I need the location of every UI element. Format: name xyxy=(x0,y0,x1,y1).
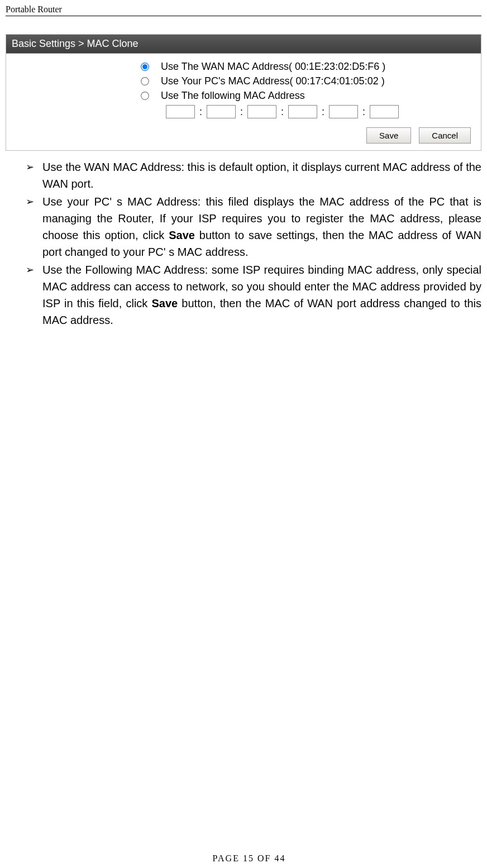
radio-pc-mac[interactable] xyxy=(141,77,149,85)
radio-custom-mac[interactable] xyxy=(141,92,149,100)
cancel-button[interactable]: Cancel xyxy=(419,127,471,144)
header-rule xyxy=(6,16,481,16)
bullet-icon: ➢ xyxy=(26,261,42,328)
option-wan-mac[interactable]: Use The WAN MAC Address( 00:1E:23:02:D5:… xyxy=(141,59,474,74)
radio-wan-mac[interactable] xyxy=(141,63,149,71)
panel-body: Use The WAN MAC Address( 00:1E:23:02:D5:… xyxy=(6,54,481,150)
mac-field-3[interactable] xyxy=(247,105,276,118)
bullet-icon: ➢ xyxy=(26,193,42,260)
option-wan-mac-label: Use The WAN MAC Address( 00:1E:23:02:D5:… xyxy=(161,59,385,74)
bullet-text-2: Use your PC' s MAC Address: this filed d… xyxy=(42,193,481,260)
bullet-list: ➢ Use the WAN MAC Address: this is defau… xyxy=(6,159,481,328)
page-header: Portable Router xyxy=(6,0,481,18)
bullet-text-3: Use the Following MAC Address: some ISP … xyxy=(42,261,481,328)
mac-field-1[interactable] xyxy=(166,105,195,118)
mac-clone-panel: Basic Settings > MAC Clone Use The WAN M… xyxy=(6,34,481,151)
mac-sep-icon: : xyxy=(239,106,244,118)
option-custom-mac-label: Use The following MAC Address xyxy=(161,88,305,103)
button-row: Save Cancel xyxy=(13,127,474,144)
header-title: Portable Router xyxy=(6,4,481,15)
mac-sep-icon: : xyxy=(198,106,203,118)
option-custom-mac[interactable]: Use The following MAC Address xyxy=(141,88,474,103)
panel-title: Basic Settings > MAC Clone xyxy=(6,35,481,54)
mac-field-2[interactable] xyxy=(207,105,236,118)
option-pc-mac[interactable]: Use Your PC's MAC Address( 00:17:C4:01:0… xyxy=(141,74,474,88)
mac-sep-icon: : xyxy=(280,106,285,118)
bullet-text-1: Use the WAN MAC Address: this is default… xyxy=(42,159,481,192)
list-item: ➢ Use your PC' s MAC Address: this filed… xyxy=(26,193,481,260)
mac-field-5[interactable] xyxy=(329,105,358,118)
list-item: ➢ Use the WAN MAC Address: this is defau… xyxy=(26,159,481,192)
option-pc-mac-label: Use Your PC's MAC Address( 00:17:C4:01:0… xyxy=(161,74,385,88)
mac-field-4[interactable] xyxy=(288,105,317,118)
mac-field-6[interactable] xyxy=(370,105,399,118)
mac-sep-icon: : xyxy=(361,106,366,118)
bullet-icon: ➢ xyxy=(26,159,42,192)
list-item: ➢ Use the Following MAC Address: some IS… xyxy=(26,261,481,328)
save-button[interactable]: Save xyxy=(366,127,411,144)
mac-input-row: : : : : : xyxy=(166,105,474,118)
mac-sep-icon: : xyxy=(321,106,326,118)
page-footer: PAGE 15 OF 44 xyxy=(6,853,487,864)
